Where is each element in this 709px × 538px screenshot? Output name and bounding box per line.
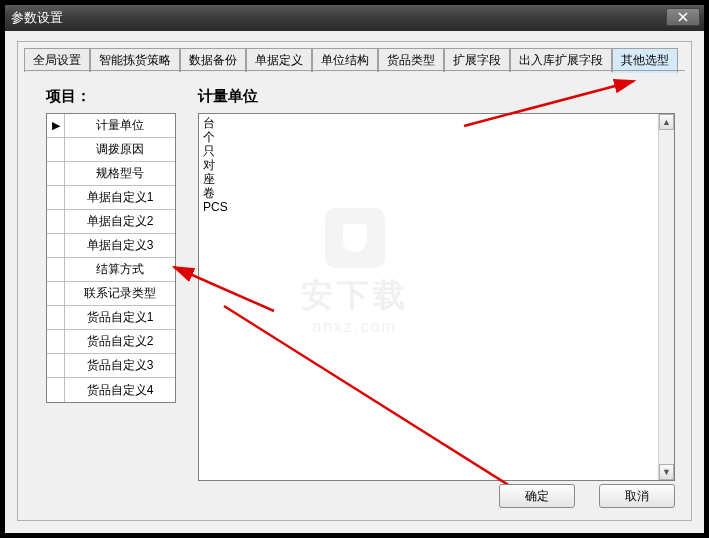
project-row[interactable]: 货品自定义1 — [47, 306, 175, 330]
unit-label: 计量单位 — [198, 87, 258, 106]
tab-4[interactable]: 单位结构 — [312, 48, 378, 72]
cancel-button[interactable]: 取消 — [599, 484, 675, 508]
tab-0[interactable]: 全局设置 — [24, 48, 90, 72]
row-indicator — [47, 210, 65, 233]
ok-button[interactable]: 确定 — [499, 484, 575, 508]
project-row[interactable]: 规格型号 — [47, 162, 175, 186]
unit-listbox[interactable]: 台个只对座卷PCS — [198, 113, 675, 481]
titlebar: 参数设置 — [5, 5, 704, 31]
unit-item[interactable]: 台 — [203, 116, 670, 130]
scroll-down-button[interactable]: ▼ — [659, 464, 674, 480]
project-label: 项目： — [46, 87, 91, 106]
tab-2[interactable]: 数据备份 — [180, 48, 246, 72]
project-item-label: 规格型号 — [65, 162, 175, 185]
close-button[interactable] — [666, 8, 700, 26]
row-indicator — [47, 258, 65, 281]
project-row[interactable]: 联系记录类型 — [47, 282, 175, 306]
unit-item[interactable]: 卷 — [203, 186, 670, 200]
unit-item[interactable]: 座 — [203, 172, 670, 186]
unit-item[interactable]: PCS — [203, 200, 670, 214]
row-indicator — [47, 234, 65, 257]
project-item-label: 单据自定义2 — [65, 210, 175, 233]
unit-scrollbar[interactable]: ▲ ▼ — [658, 114, 674, 480]
project-item-label: 货品自定义1 — [65, 306, 175, 329]
tab-strip: 全局设置智能拣货策略数据备份单据定义单位结构货品类型扩展字段出入库扩展字段其他选… — [18, 42, 691, 72]
dialog-buttons: 确定 取消 — [499, 484, 675, 508]
project-row[interactable]: ▶计量单位 — [47, 114, 175, 138]
tab-6[interactable]: 扩展字段 — [444, 48, 510, 72]
scroll-up-button[interactable]: ▲ — [659, 114, 674, 130]
project-row[interactable]: 单据自定义2 — [47, 210, 175, 234]
row-indicator — [47, 306, 65, 329]
tab-7[interactable]: 出入库扩展字段 — [510, 48, 612, 72]
unit-item[interactable]: 对 — [203, 158, 670, 172]
row-indicator — [47, 186, 65, 209]
tab-5[interactable]: 货品类型 — [378, 48, 444, 72]
tab-1[interactable]: 智能拣货策略 — [90, 48, 180, 72]
project-item-label: 调拨原因 — [65, 138, 175, 161]
row-indicator — [47, 162, 65, 185]
project-item-label: 货品自定义2 — [65, 330, 175, 353]
project-row[interactable]: 调拨原因 — [47, 138, 175, 162]
row-indicator — [47, 282, 65, 305]
project-list[interactable]: ▶计量单位调拨原因规格型号单据自定义1单据自定义2单据自定义3结算方式联系记录类… — [46, 113, 176, 403]
tab-3[interactable]: 单据定义 — [246, 48, 312, 72]
close-icon — [678, 12, 688, 22]
row-indicator — [47, 354, 65, 377]
project-row[interactable]: 货品自定义3 — [47, 354, 175, 378]
settings-panel: 全局设置智能拣货策略数据备份单据定义单位结构货品类型扩展字段出入库扩展字段其他选… — [17, 41, 692, 521]
project-row[interactable]: 结算方式 — [47, 258, 175, 282]
unit-item[interactable]: 个 — [203, 130, 670, 144]
row-indicator: ▶ — [47, 114, 65, 137]
window-title: 参数设置 — [11, 9, 63, 27]
tab-content-other: 项目： 计量单位 ▶计量单位调拨原因规格型号单据自定义1单据自定义2单据自定义3… — [24, 71, 685, 472]
project-item-label: 单据自定义3 — [65, 234, 175, 257]
project-row[interactable]: 单据自定义3 — [47, 234, 175, 258]
project-item-label: 联系记录类型 — [65, 282, 175, 305]
project-item-label: 货品自定义3 — [65, 354, 175, 377]
project-item-label: 单据自定义1 — [65, 186, 175, 209]
row-indicator — [47, 378, 65, 402]
project-item-label: 货品自定义4 — [65, 378, 175, 402]
row-indicator — [47, 330, 65, 353]
project-item-label: 计量单位 — [65, 114, 175, 137]
project-item-label: 结算方式 — [65, 258, 175, 281]
unit-item[interactable]: 只 — [203, 144, 670, 158]
project-row[interactable]: 单据自定义1 — [47, 186, 175, 210]
project-row[interactable]: 货品自定义4 — [47, 378, 175, 402]
current-row-icon: ▶ — [52, 119, 60, 132]
row-indicator — [47, 138, 65, 161]
project-row[interactable]: 货品自定义2 — [47, 330, 175, 354]
